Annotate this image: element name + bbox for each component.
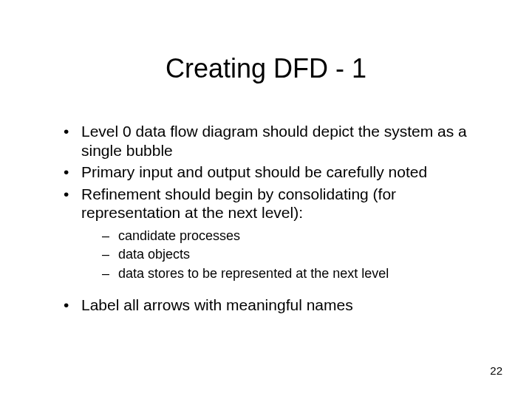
sub-bullet-item: candidate processes <box>102 227 480 245</box>
bullet-item: Primary input and output should be caref… <box>62 163 480 182</box>
bullet-item: Level 0 data flow diagram should depict … <box>62 122 480 160</box>
bullet-text: Refinement should begin by consolidating… <box>81 185 396 222</box>
bullet-list: Level 0 data flow diagram should depict … <box>62 122 480 282</box>
spacer <box>62 285 480 296</box>
bullet-item: Refinement should begin by consolidating… <box>62 185 480 282</box>
page-number: 22 <box>490 364 502 377</box>
bullet-list: Label all arrows with meaningful names <box>62 296 480 315</box>
sub-bullet-item: data objects <box>102 245 480 263</box>
sub-bullet-list: candidate processes data objects data st… <box>81 227 480 282</box>
slide-body: Level 0 data flow diagram should depict … <box>62 122 480 318</box>
sub-bullet-item: data stores to be represented at the nex… <box>102 265 480 282</box>
slide-title: Creating DFD - 1 <box>0 53 532 84</box>
bullet-item: Label all arrows with meaningful names <box>62 296 480 315</box>
slide: Creating DFD - 1 Level 0 data flow diagr… <box>0 0 532 399</box>
